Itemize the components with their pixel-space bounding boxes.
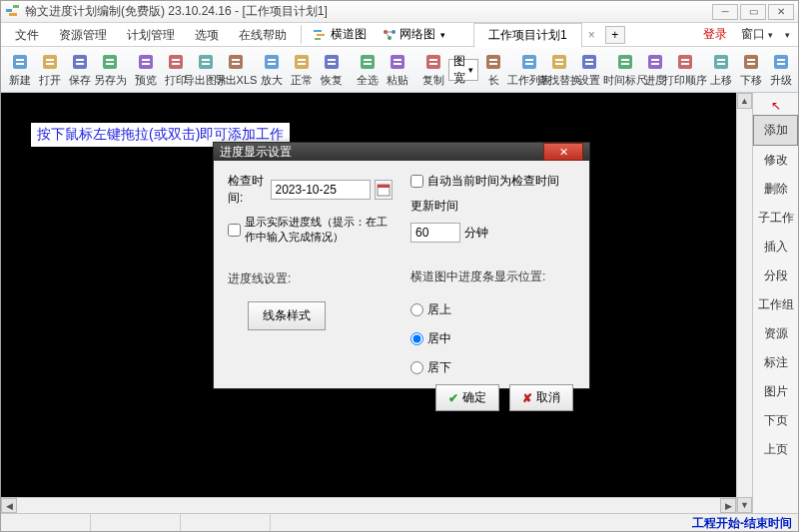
pos-top-radio[interactable]	[410, 303, 423, 316]
menu-resource[interactable]: 资源管理	[49, 23, 117, 46]
toolbar-7[interactable]: 导出XLS	[221, 49, 251, 90]
svg-rect-28	[172, 63, 180, 65]
cross-icon: ✘	[522, 391, 532, 405]
svg-rect-17	[73, 55, 87, 69]
check-time-input[interactable]	[271, 180, 371, 200]
cancel-button[interactable]: ✘取消	[509, 384, 573, 411]
width-select[interactable]: 图宽▾	[448, 59, 478, 81]
style-menu[interactable]: ▾	[781, 28, 794, 42]
dialog-close-button[interactable]: ✕	[543, 143, 583, 161]
minimize-button[interactable]: ─	[712, 4, 738, 20]
svg-rect-80	[774, 55, 788, 69]
rpanel-标注[interactable]: 标注	[753, 348, 798, 377]
toolbar-22[interactable]: 上移	[706, 49, 736, 90]
rpanel-添加[interactable]: 添加	[753, 115, 798, 146]
close-button[interactable]: ✕	[768, 4, 794, 20]
rpanel-插入[interactable]: 插入	[753, 233, 798, 262]
toolbar-19[interactable]: 时间标尺	[610, 49, 640, 90]
menu-help[interactable]: 在线帮助	[229, 23, 297, 46]
pointer-icon: ↖	[753, 99, 798, 115]
toolbar-9[interactable]: 正常	[287, 49, 317, 90]
svg-rect-42	[328, 59, 336, 61]
svg-rect-70	[651, 63, 659, 65]
toolbar-15[interactable]: 长	[478, 49, 508, 90]
update-input[interactable]	[410, 223, 460, 243]
toolbar-2[interactable]: 保存	[65, 49, 95, 90]
toolbar-17[interactable]: 查找替换	[544, 49, 574, 90]
rpanel-子工作[interactable]: 子工作	[753, 204, 798, 233]
rpanel-删除[interactable]: 删除	[753, 175, 798, 204]
menu-file[interactable]: 文件	[5, 23, 49, 46]
toolbar-13[interactable]: 复制	[418, 49, 448, 90]
tool-icon	[519, 52, 539, 72]
svg-rect-2	[13, 5, 19, 8]
rpanel-修改[interactable]: 修改	[753, 146, 798, 175]
toolbar-21[interactable]: 打印顺序	[670, 49, 700, 90]
ok-button[interactable]: ✔确定	[435, 384, 499, 411]
pos-mid-radio[interactable]	[410, 332, 423, 345]
window-menu[interactable]: 窗口 ▾	[737, 24, 777, 45]
svg-rect-30	[202, 59, 210, 61]
rpanel-下页[interactable]: 下页	[753, 406, 798, 435]
toolbar-4[interactable]: 预览	[131, 49, 161, 90]
toolbar-3[interactable]: 另存为	[95, 49, 125, 90]
svg-rect-13	[16, 63, 24, 65]
network-icon	[383, 29, 397, 41]
toolbar-8[interactable]: 放大	[257, 49, 287, 90]
login-link[interactable]: 登录	[697, 24, 733, 45]
rpanel-资源[interactable]: 资源	[753, 319, 798, 348]
dialog-title: 进度显示设置	[220, 144, 543, 161]
svg-rect-37	[268, 63, 276, 65]
toolbar-0[interactable]: 新建	[5, 49, 35, 90]
view-gantt-tab[interactable]: 横道图	[306, 23, 375, 46]
menu-plan[interactable]: 计划管理	[117, 23, 185, 46]
dialog-titlebar[interactable]: 进度显示设置 ✕	[214, 143, 589, 161]
svg-rect-32	[229, 55, 243, 69]
right-panel: ↖ 添加修改删除子工作插入分段工作组资源标注图片下页上页	[752, 93, 798, 513]
vertical-scrollbar[interactable]: ▲▼	[736, 93, 752, 513]
svg-rect-64	[585, 63, 593, 65]
tool-icon	[226, 52, 246, 72]
svg-rect-78	[747, 59, 755, 61]
toolbar-1[interactable]: 打开	[35, 49, 65, 90]
pos-bot-radio[interactable]	[410, 361, 423, 374]
svg-rect-47	[391, 55, 404, 69]
rpanel-分段[interactable]: 分段	[753, 262, 798, 290]
auto-now-checkbox[interactable]	[410, 175, 423, 188]
document-tab[interactable]: 工作项目计划1 × +	[473, 23, 625, 46]
toolbar-10[interactable]: 恢复	[317, 49, 347, 90]
view-network-tab[interactable]: 网络图▾	[375, 23, 453, 46]
rpanel-图片[interactable]: 图片	[753, 377, 798, 406]
svg-rect-46	[364, 63, 372, 65]
calendar-icon[interactable]	[375, 180, 394, 200]
svg-rect-55	[489, 63, 497, 65]
close-tab-icon[interactable]: ×	[582, 28, 601, 42]
menu-options[interactable]: 选项	[185, 23, 229, 46]
svg-rect-19	[76, 63, 84, 65]
toolbar: 新建打开保存另存为预览打印导出图片导出XLS放大正常恢复全选粘贴复制图宽▾长工作…	[1, 47, 798, 93]
svg-rect-38	[295, 55, 309, 69]
svg-rect-65	[618, 55, 632, 69]
svg-rect-60	[555, 59, 563, 61]
svg-rect-24	[142, 59, 150, 61]
maximize-button[interactable]: ▭	[740, 4, 766, 20]
toolbar-12[interactable]: 粘贴	[383, 49, 412, 90]
rpanel-工作组[interactable]: 工作组	[753, 290, 798, 319]
tool-icon	[675, 52, 695, 72]
window-title: 翰文进度计划编制(免费版) 23.10.24.16 - [工作项目计划1]	[25, 3, 712, 20]
toolbar-24[interactable]: 升级	[766, 49, 796, 90]
toolbar-18[interactable]: 设置	[574, 49, 604, 90]
svg-rect-53	[486, 55, 500, 69]
toolbar-11[interactable]: 全选	[353, 49, 383, 90]
line-style-button[interactable]: 线条样式	[248, 301, 326, 330]
svg-rect-72	[681, 59, 689, 61]
toolbar-25[interactable]: 降级	[796, 49, 798, 90]
horizontal-scrollbar[interactable]: ◀▶	[1, 497, 736, 513]
svg-rect-0	[6, 9, 12, 12]
show-real-checkbox[interactable]	[228, 224, 241, 237]
svg-rect-74	[714, 55, 728, 69]
rpanel-上页[interactable]: 上页	[753, 435, 798, 464]
svg-rect-44	[361, 55, 375, 69]
add-tab-button[interactable]: +	[605, 26, 625, 44]
toolbar-23[interactable]: 下移	[736, 49, 766, 90]
